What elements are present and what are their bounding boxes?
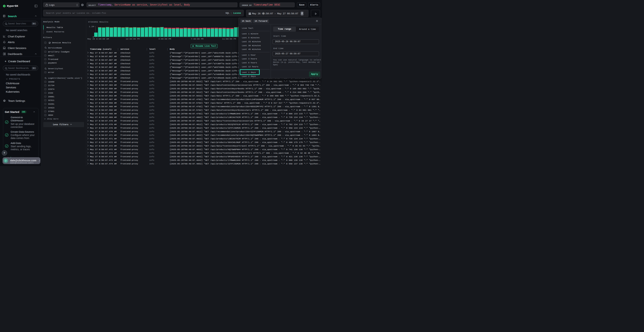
svg-text:4:00:00 PM: 4:00:00 PM bbox=[158, 38, 171, 40]
svg-text:7:30:00 PM: 7:30:00 PM bbox=[191, 38, 204, 40]
svg-text:11:00:00 PM: 11:00:00 PM bbox=[222, 38, 236, 40]
svg-text:1.2M: 1.2M bbox=[89, 26, 94, 28]
svg-text:12:30:00 PM: 12:30:00 PM bbox=[126, 38, 140, 40]
svg-text:May 26 8:30:00 AM: May 26 8:30:00 AM bbox=[87, 38, 109, 40]
